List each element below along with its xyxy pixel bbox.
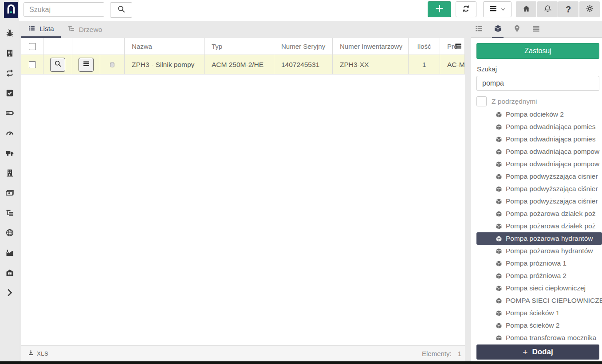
tree-item[interactable]: Pompa pożarowa działek poż [476,207,602,220]
xls-label: XLS [37,350,48,357]
home-button[interactable] [516,1,536,17]
factory-icon[interactable] [5,248,14,257]
cube-icon [496,198,502,205]
tree-item[interactable]: Pompa sieci ciepłowniczej [476,282,602,294]
chevron-right-icon[interactable] [5,288,14,297]
tree-item[interactable]: Pompa odwadniająca pomies [476,121,602,133]
tree-item[interactable]: Pompa podwyższająca ciśnier [476,183,602,195]
bottom-strip [0,361,602,364]
table-header-ilosc[interactable]: Ilość [409,38,440,55]
bug-icon[interactable] [5,29,14,38]
subtree-option: Z podrzędnymi [476,96,537,106]
cube-icon [496,111,502,118]
add-button[interactable] [428,1,451,17]
question-mark-icon: ? [566,4,571,15]
tree-item[interactable]: Pompa podwyższająca ciśnier [476,195,602,207]
tab-lista[interactable]: Lista [21,21,61,38]
row-menu-button[interactable] [79,58,94,72]
cube-icon [496,297,502,304]
tree-item[interactable]: Pompa ścieków 1 [476,307,602,319]
download-icon [28,349,34,358]
row-checkbox[interactable] [29,61,36,68]
tree-item-label: Pompa odwadniająca pomies [506,135,595,143]
arch-logo-icon [5,2,17,17]
table-header-nazwa[interactable]: Nazwa [125,38,205,55]
tree-item[interactable]: Pompa odcieków 2 [476,111,602,121]
tree-item[interactable]: Pompa odwadniająca pomies [476,133,602,145]
tree-item[interactable]: Pompa próżniowa 1 [476,257,602,270]
cube-icon [496,161,502,168]
panel-tab-table[interactable] [530,21,542,37]
settings-button[interactable] [579,1,600,17]
panel-tab-assets[interactable] [492,21,504,39]
refresh-icon [462,4,470,15]
subtree-checkbox[interactable] [476,96,487,106]
cube-icon [494,24,502,35]
search-input[interactable] [24,2,104,17]
tab-drzewo[interactable]: Drzewo [61,21,109,38]
search-button[interactable] [110,2,132,18]
table-header-typ[interactable]: Typ [205,38,274,55]
gauge-icon[interactable] [5,129,14,137]
add-asset-button[interactable]: + Dodaj [476,344,599,360]
sidebar [0,0,19,364]
tree-item-label: Pompa pożarowa hydrantów [506,247,593,255]
hamburger-icon [489,4,497,15]
warehouse-icon[interactable] [5,268,14,277]
asset-tree: Pompa odcieków 2Pompa odwadniająca pomie… [471,111,602,340]
refresh-button[interactable] [456,1,476,17]
table-header-numer-seryjny[interactable]: Numer Seryjny [274,38,333,55]
table-header-empty [100,38,125,55]
table-row[interactable]: ZPH3 - Silnik pompy ACM 250M-2/HE 140724… [21,55,465,74]
tree-item[interactable]: Pompa próżniowa 2 [476,270,602,282]
tree-item[interactable]: Pompa podwyższająca cisnier [476,170,602,183]
buildings-icon[interactable] [5,49,14,58]
sidebar-nav [0,29,19,297]
notifications-button[interactable] [537,1,558,17]
export-xls-button[interactable]: XLS [28,349,48,358]
tree-item-label: Pompa odwadniająca pomies [506,123,595,131]
cube-icon [496,235,502,242]
tree-item[interactable]: Pompa ścieków 2 [476,319,602,332]
cube-icon [496,136,502,143]
banknote-icon[interactable] [5,188,14,197]
panel-search-input[interactable] [476,76,599,91]
tree-item[interactable]: Pompa pożarowa hydrantów [476,232,602,245]
tree-item[interactable]: Pompa pożarowa hydrantów [476,245,602,257]
table-footer: XLS Elementy: 1 [21,345,465,361]
table-header-numer-inwentarzowy[interactable]: Numer Inwentarzowy [333,38,409,55]
tree-item-label: Pompa odwadniająca pompow [506,160,599,168]
cell-producent: AC-Mo [440,55,465,74]
bank-icon[interactable] [5,168,14,177]
row-details-button[interactable] [50,58,65,72]
check-square-icon[interactable] [5,89,14,98]
help-button[interactable]: ? [558,1,578,17]
cube-icon [496,186,502,192]
table-header-empty [43,38,72,55]
tree-item[interactable]: Pompa odwadniająca pompow [476,158,602,170]
menu-dropdown-button[interactable] [483,1,512,17]
select-all-checkbox[interactable] [29,43,36,50]
column-settings-button[interactable] [454,42,462,50]
cube-icon [496,124,502,130]
repeat-icon[interactable] [5,69,14,78]
cube-icon [496,273,502,279]
apply-button[interactable]: Zastosuj [476,43,599,59]
tree-item[interactable]: Pompa pożarowa działek poż [476,220,602,232]
app-logo[interactable] [4,2,18,18]
tree-item[interactable]: Pompa odwadniająca pompow [476,145,602,158]
hierarchy-icon[interactable] [5,208,14,217]
tree-item[interactable]: Pompa transferowa mocznika [476,332,602,340]
plus-icon [435,4,444,15]
tree-icon [67,25,75,34]
add-label: Dodaj [532,348,553,356]
tree-item-label: Pompa odcieków 2 [506,111,564,118]
cube-icon [496,173,502,180]
globe-icon[interactable] [5,228,14,237]
battery-icon[interactable] [5,109,14,117]
panel-tab-location[interactable] [511,21,523,37]
panel-tab-list[interactable] [473,21,484,37]
truck-icon[interactable] [5,149,14,157]
cube-icon [496,223,502,230]
tree-item[interactable]: POMPA SIECI CIEPŁOWNICZEJ [476,294,602,307]
